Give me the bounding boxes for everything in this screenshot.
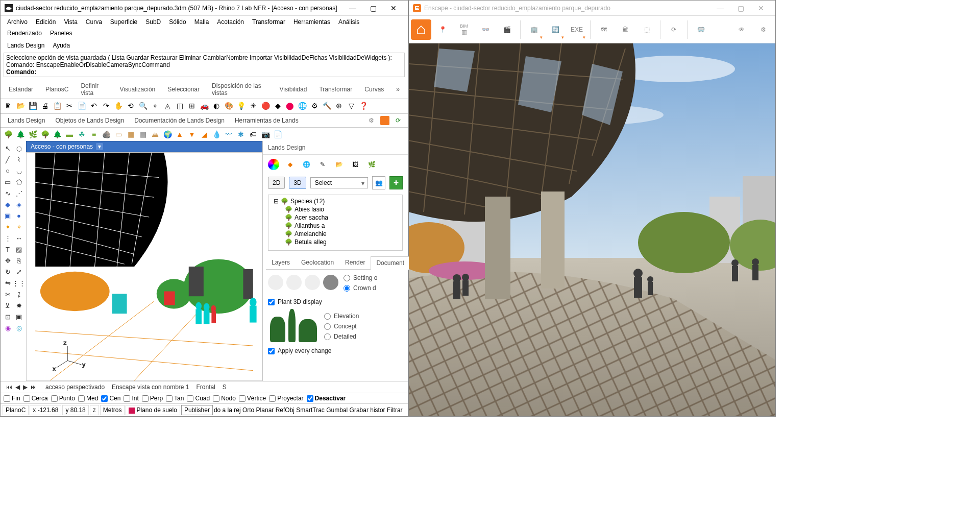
pan-icon[interactable]: ✋ [113,100,124,111]
tab-estandar[interactable]: Estándar [4,84,38,95]
tab-visualizacion[interactable]: Visualización [114,84,160,95]
stone-icon[interactable]: 🪨 [101,129,112,140]
sun-icon[interactable]: ☀ [248,100,259,111]
pts-icon[interactable]: ⋮ [3,233,13,243]
menu-paneles[interactable]: Paneles [46,28,76,38]
osnap-fin[interactable] [4,395,10,402]
views4-icon[interactable]: ⊞ [186,100,198,111]
ens-export-icon[interactable]: 🏢▾ [524,19,544,40]
panel-open-icon[interactable]: 📂 [333,159,345,170]
hedge-icon[interactable]: ▬ [64,129,75,140]
vtab-enscape[interactable]: Enscape vista con nombre 1 [112,384,189,391]
tab-definir-vista[interactable]: Definir vista [76,80,112,99]
sprink-icon[interactable]: ✱ [235,129,247,140]
panel-plant-icon[interactable]: 🌿 [366,159,377,170]
ens-settings-icon[interactable]: ⚙ [753,19,773,40]
expl-icon[interactable]: ✸ [14,300,24,310]
ens-sync-icon[interactable]: ⟳ [664,19,684,40]
ldtab-doc[interactable]: Documentación de Lands Design [130,115,229,126]
ens-maximize-button[interactable]: ▢ [730,1,751,15]
ens-vr-icon[interactable]: 🥽 [691,19,711,40]
slope-icon[interactable]: ◢ [199,129,210,140]
rend-icon[interactable]: ◉ [3,323,13,333]
photo-icon[interactable]: 📷 [260,129,271,140]
panel-layer-icon[interactable]: ◆ [284,159,296,170]
panel-globe-icon[interactable]: 🌐 [301,159,312,170]
panel-color-icon[interactable] [268,159,279,170]
plant-thumb[interactable] [268,275,283,290]
vtab-s[interactable]: S [223,384,227,391]
enscape-tab-icon[interactable] [380,116,389,125]
btn-2d[interactable]: 2D [268,177,285,189]
arc-icon[interactable]: ◡ [14,165,24,176]
undo-icon[interactable]: ↶ [88,100,100,111]
ens-bim-button[interactable]: BIM▥ [454,19,474,40]
ens-binoculars-icon[interactable]: 👓 [475,19,496,40]
enscape-titlebar[interactable]: Enscape - ciudad-sector reducido_emplaza… [409,1,775,16]
ctrl-icon[interactable]: ⋰ [14,188,24,198]
help-icon[interactable]: ❓ [358,100,369,111]
vtab-acceso[interactable]: acceso perspectivado [45,384,105,391]
panel-edit-icon[interactable]: ✎ [317,159,328,170]
command-prompt[interactable]: Comando: [6,68,36,76]
mat-icon[interactable]: 🔴 [260,100,271,111]
globe-icon[interactable]: 🌐 [297,100,308,111]
radio-detailed[interactable] [324,333,331,340]
forest-icon[interactable]: 🌲 [52,129,63,140]
cut-icon[interactable]: ✂ [64,100,75,111]
osnap-int[interactable] [124,395,130,402]
rect-icon[interactable]: ▭ [3,177,13,187]
check-3d-display[interactable] [268,299,275,305]
ldtab-tools[interactable]: Herramientas de Lands [231,115,303,126]
water-icon[interactable]: 💧 [211,129,222,140]
light-icon[interactable]: 💡 [235,100,247,111]
props-icon[interactable]: ⚙ [309,100,320,111]
row-icon[interactable]: 🌳 [39,129,51,140]
copy2-icon[interactable]: ⎘ [14,255,24,266]
tab-visibilidad[interactable]: Visibilidad [275,84,312,95]
osnap-vertice[interactable] [239,395,246,402]
ens-eye-icon[interactable]: 👁 [731,19,752,40]
maximize-button[interactable]: ▢ [363,1,383,15]
hatch-icon[interactable]: ▨ [14,244,24,254]
tab-transformar[interactable]: Transformar [314,84,357,95]
dim-icon[interactable]: ↔ [14,233,24,243]
poly2-icon[interactable]: ⬠ [14,177,24,187]
species-item[interactable]: Ailanthus a [295,222,325,229]
osnap-perp[interactable] [142,395,149,402]
ens-map-icon[interactable]: 🗺 [594,19,614,40]
earth-icon[interactable]: 🌍 [162,129,173,140]
surf-icon[interactable]: ◆ [3,199,13,209]
menu-ayuda[interactable]: Ayuda [49,40,74,51]
species-item[interactable]: Acer saccha [295,214,328,221]
ldtab-main[interactable]: Lands Design [4,115,49,126]
box-icon[interactable]: ▣ [3,210,13,221]
mesh-icon[interactable]: ✦ [3,222,13,232]
plant-thumb[interactable] [305,275,320,290]
move-icon[interactable]: ✥ [3,255,13,266]
radio-setting[interactable] [344,275,350,281]
zoom-ext-icon[interactable]: ⌖ [150,100,161,111]
species-select[interactable]: Select [310,177,368,188]
menu-vista[interactable]: Vista [60,17,81,27]
viewport-dropdown-icon[interactable]: ▾ [96,143,103,150]
cut-t-icon[interactable]: ▲ [174,129,185,140]
hammer-icon[interactable]: 🔨 [321,100,332,111]
osnap-cen[interactable] [101,395,108,402]
panel-img-icon[interactable]: 🖼 [350,159,361,170]
ens-close-button[interactable]: ✕ [751,1,771,15]
menu-subd[interactable]: SubD [142,17,164,27]
btn-3d[interactable]: 3D [289,177,306,189]
subd-icon[interactable]: ✧ [14,222,24,232]
add-plant-button[interactable]: ✚ [389,176,403,189]
menu-herramientas[interactable]: Herramientas [290,17,334,27]
collapse-icon[interactable]: ⊟ [274,198,279,205]
status-plane[interactable]: PlanoC [3,405,29,415]
render-icon[interactable]: 🎨 [223,100,234,111]
osnap-icon[interactable]: ⊕ [333,100,345,111]
osnap-desactivar[interactable] [307,395,313,402]
command-area[interactable]: Seleccione opción de vista guardada ( Li… [4,53,405,77]
menu-renderizado[interactable]: Renderizado [4,28,45,38]
minimize-button[interactable]: — [342,1,363,15]
curve-icon[interactable]: ∿ [3,188,13,198]
